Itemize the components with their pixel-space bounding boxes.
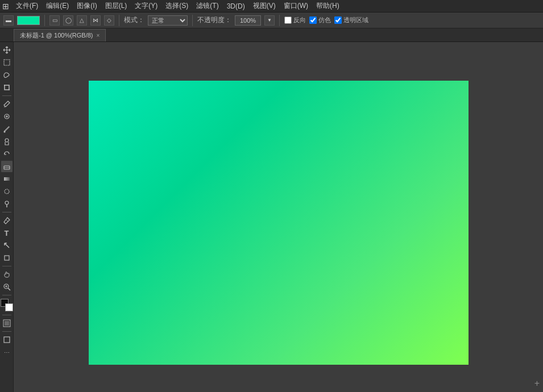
tab-title: 未标题-1 @ 100%(RGB/8) xyxy=(20,31,93,40)
eyedropper-tool[interactable] xyxy=(1,98,13,110)
reverse-checkbox[interactable]: 反向 xyxy=(284,16,306,24)
svg-line-13 xyxy=(6,219,8,222)
brush-tool[interactable] xyxy=(1,123,13,135)
gradient-tool[interactable] xyxy=(1,173,13,185)
menu-filter[interactable]: 滤镜(T) xyxy=(193,0,222,12)
history-brush-tool[interactable] xyxy=(1,148,13,160)
svg-point-11 xyxy=(5,201,9,205)
transparency-checkbox[interactable]: 透明区域 xyxy=(334,16,368,24)
menu-image[interactable]: 图像(I) xyxy=(73,0,100,12)
crop-tool[interactable] xyxy=(1,82,13,93)
gradient-linear-icon[interactable]: ▬ xyxy=(3,15,14,26)
svg-line-16 xyxy=(8,288,10,290)
shape-tool[interactable] xyxy=(1,252,13,264)
crosshair-icon: + xyxy=(534,378,540,389)
tool-sep-5 xyxy=(2,315,11,315)
clone-stamp-tool[interactable] xyxy=(1,136,13,147)
blur-tool[interactable] xyxy=(1,186,13,197)
options-bar: ▬ ▭ ◯ △ ⋈ ◇ 模式： 正常 溶解 正片叠底 不透明度： ▼ 反向 仿色… xyxy=(0,12,543,28)
canvas-wrapper xyxy=(89,81,469,365)
quick-mask-tool[interactable] xyxy=(1,318,13,329)
tool-sep-6 xyxy=(2,331,11,332)
path-selection-tool[interactable] xyxy=(1,240,13,251)
eraser-tool[interactable] xyxy=(1,161,13,172)
main-area: T ⋯ xyxy=(0,42,543,392)
menu-window[interactable]: 窗口(W) xyxy=(280,0,312,12)
opacity-arrow-icon[interactable]: ▼ xyxy=(264,15,275,26)
pen-tool[interactable] xyxy=(1,215,13,226)
svg-point-10 xyxy=(5,189,9,194)
svg-rect-14 xyxy=(5,256,9,260)
separator-2 xyxy=(119,15,119,26)
separator-1 xyxy=(44,15,45,26)
svg-rect-21 xyxy=(4,337,10,343)
spot-heal-tool[interactable] xyxy=(1,111,13,122)
dodge-tool[interactable] xyxy=(1,198,13,210)
menu-view[interactable]: 视图(V) xyxy=(250,0,279,12)
menu-help[interactable]: 帮助(H) xyxy=(313,0,343,12)
svg-rect-9 xyxy=(4,177,10,181)
opacity-input[interactable] xyxy=(235,15,261,26)
zoom-tool[interactable] xyxy=(1,281,13,293)
menu-text[interactable]: 文字(Y) xyxy=(131,0,161,12)
svg-point-5 xyxy=(3,131,5,133)
fg-bg-color-swatch xyxy=(1,299,13,311)
mode-label: 模式： xyxy=(124,15,144,25)
move-tool[interactable] xyxy=(1,44,13,56)
tool-sep-3 xyxy=(2,266,11,266)
background-color[interactable] xyxy=(5,303,13,311)
gradient-type-radial[interactable]: ◯ xyxy=(63,15,73,26)
tool-sep-2 xyxy=(2,212,11,212)
gradient-type-reflect[interactable]: ⋈ xyxy=(90,15,101,26)
menu-edit[interactable]: 编辑(E) xyxy=(43,0,72,12)
tab-close-button[interactable]: × xyxy=(97,32,100,39)
document-tab[interactable]: 未标题-1 @ 100%(RGB/8) × xyxy=(14,29,106,41)
canvas-area: + xyxy=(14,42,543,392)
mode-select[interactable]: 正常 溶解 正片叠底 xyxy=(148,15,188,26)
gradient-type-diamond[interactable]: ◇ xyxy=(104,15,114,26)
screen-mode-tool[interactable] xyxy=(1,334,13,345)
gradient-color-swatch[interactable] xyxy=(17,16,40,25)
gradient-type-angle[interactable]: △ xyxy=(77,15,87,26)
canvas-document[interactable] xyxy=(89,81,469,365)
tool-sep-4 xyxy=(2,295,11,295)
toolbar: T ⋯ xyxy=(0,42,14,392)
app-icon: ⊞ xyxy=(2,2,9,11)
lasso-tool[interactable] xyxy=(1,69,13,81)
selection-rect-tool[interactable] xyxy=(1,57,13,68)
tool-sep-1 xyxy=(2,95,11,96)
separator-3 xyxy=(192,15,193,26)
menu-select[interactable]: 选择(S) xyxy=(162,0,192,12)
tab-bar: 未标题-1 @ 100%(RGB/8) × xyxy=(0,28,543,42)
menu-3d[interactable]: 3D(D) xyxy=(223,1,248,11)
dither-checkbox[interactable]: 仿色 xyxy=(309,16,331,24)
text-tool[interactable]: T xyxy=(1,227,13,239)
extra-options-tool[interactable]: ⋯ xyxy=(1,347,13,358)
separator-4 xyxy=(279,15,280,26)
menu-file[interactable]: 文件(F) xyxy=(13,0,42,12)
svg-rect-20 xyxy=(5,321,9,326)
svg-point-6 xyxy=(5,139,9,142)
gradient-type-linear[interactable]: ▭ xyxy=(49,15,60,26)
menu-layer[interactable]: 图层(L) xyxy=(102,0,131,12)
opacity-label: 不透明度： xyxy=(197,15,231,25)
hand-tool[interactable] xyxy=(1,269,13,280)
menu-bar: ⊞ 文件(F) 编辑(E) 图像(I) 图层(L) 文字(Y) 选择(S) 滤镜… xyxy=(0,0,543,12)
svg-rect-0 xyxy=(4,60,10,65)
